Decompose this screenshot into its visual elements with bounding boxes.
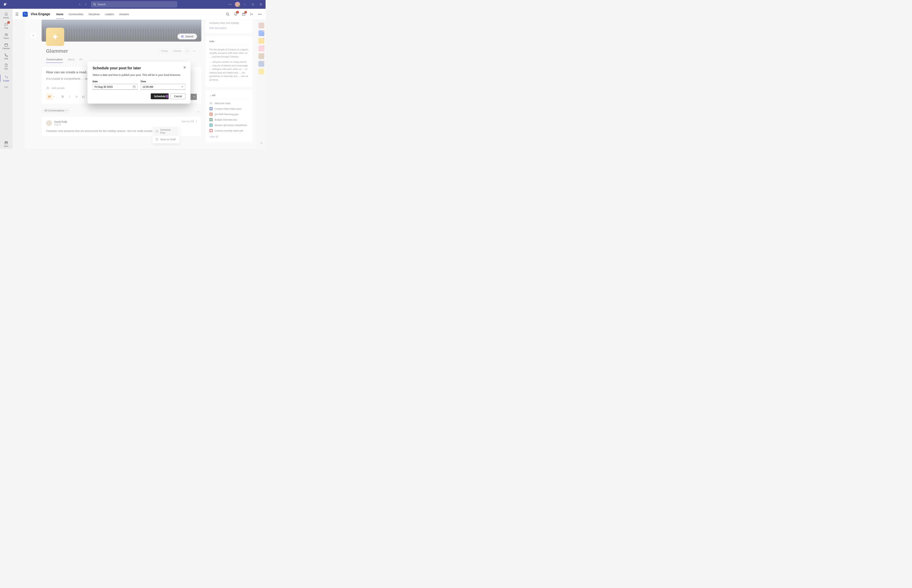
modal-subtitle: Select a date and time to publish your p… [93,73,186,76]
svg-rect-7 [252,4,253,5]
rail-label: Engage [3,80,9,82]
rail-teams[interactable]: Teams [0,31,12,41]
svg-point-17 [226,13,229,15]
teams-icon [4,32,8,37]
time-label: Time [140,80,186,83]
rail-label: Files [4,68,8,70]
date-label: Date [93,80,138,83]
modal-close-button[interactable] [182,65,187,69]
svg-point-18 [258,14,259,15]
app-rail: Activity 1 Chat Teams Calendar Calls [0,9,12,149]
calendar-icon [132,86,136,88]
svg-rect-0 [4,4,6,5]
cancel-button[interactable]: Cancel [171,94,186,99]
nav-back-button[interactable] [77,2,82,7]
engage-logo-icon [23,12,28,17]
bell-icon [4,12,8,16]
svg-point-9 [6,34,8,34]
svg-point-1 [6,3,7,4]
app-title: Viva Engage [31,12,50,16]
titlebar [0,0,266,9]
teams-logo-icon [3,2,8,7]
rail-calendar[interactable]: Calendar [0,41,12,51]
chevron-down-icon [181,86,184,88]
modal-title: Schedule your post for later [93,66,186,70]
svg-point-19 [259,14,260,15]
svg-rect-39 [133,86,135,88]
svg-point-2 [5,3,5,4]
schedule-button[interactable]: Schedule [151,94,169,99]
header-share-button[interactable] [249,11,255,17]
rail-files[interactable]: Files [0,61,12,71]
user-avatar[interactable] [235,2,240,7]
svg-point-8 [5,33,6,34]
time-value: 12:00 AM [142,86,153,88]
svg-point-20 [261,14,261,15]
svg-point-11 [5,87,5,87]
more-icon [4,85,8,89]
engage-icon [4,75,8,79]
svg-point-6 [231,4,232,5]
header-inbox-button[interactable]: 5 [241,11,247,17]
phone-icon [4,53,8,57]
window-maximize-button[interactable] [250,2,256,7]
svg-rect-15 [5,142,6,143]
calendar-icon [4,43,8,47]
schedule-button-label: Schedule [154,95,165,98]
rail-chat[interactable]: 1 Chat [0,20,12,31]
rail-store[interactable]: Store [0,139,12,149]
close-icon [184,66,186,69]
header-more-button[interactable] [257,11,263,17]
rail-activity[interactable]: Activity [0,10,12,20]
inbox-badge: 5 [244,11,247,13]
rail-label: Teams [3,37,9,39]
chat-icon [4,22,8,27]
rail-label: Calls [4,58,8,60]
rail-label: Store [4,145,8,147]
schedule-post-modal: Schedule your post for later Select a da… [87,61,190,103]
header-notifications-button[interactable]: 12 [233,11,239,17]
rail-label: Chat [4,27,8,29]
store-icon [4,141,8,145]
date-input[interactable]: Fri Aug 30 2023 [93,84,138,90]
rail-label: Activity [3,17,9,19]
rail-more[interactable] [0,83,12,90]
rail-label: Calendar [2,47,10,49]
notif-badge: 12 [236,11,239,13]
time-input[interactable]: 12:00 AM [140,84,186,90]
search-input[interactable] [98,3,175,6]
svg-point-13 [7,87,8,87]
nav-forward-button[interactable] [83,2,88,7]
svg-rect-16 [6,142,7,143]
svg-point-5 [230,4,231,5]
search-box[interactable] [91,2,177,7]
presence-indicator-icon [239,5,241,7]
rail-engage[interactable]: Engage [0,73,12,83]
svg-point-3 [94,3,95,5]
svg-point-12 [6,87,6,87]
window-minimize-button[interactable] [242,2,248,7]
hamburger-button[interactable]: ☰ [15,12,20,16]
window-close-button[interactable] [258,2,264,7]
cursor-indicator-icon [165,94,169,98]
header-search-button[interactable] [225,11,231,17]
svg-rect-10 [5,44,8,46]
search-icon [93,3,96,6]
more-options-button[interactable] [227,2,234,7]
rail-divider [3,72,9,73]
rail-calls[interactable]: Calls [0,51,12,61]
svg-point-4 [229,4,229,5]
date-value: Fri Aug 30 2023 [95,86,113,88]
files-icon [4,63,8,68]
